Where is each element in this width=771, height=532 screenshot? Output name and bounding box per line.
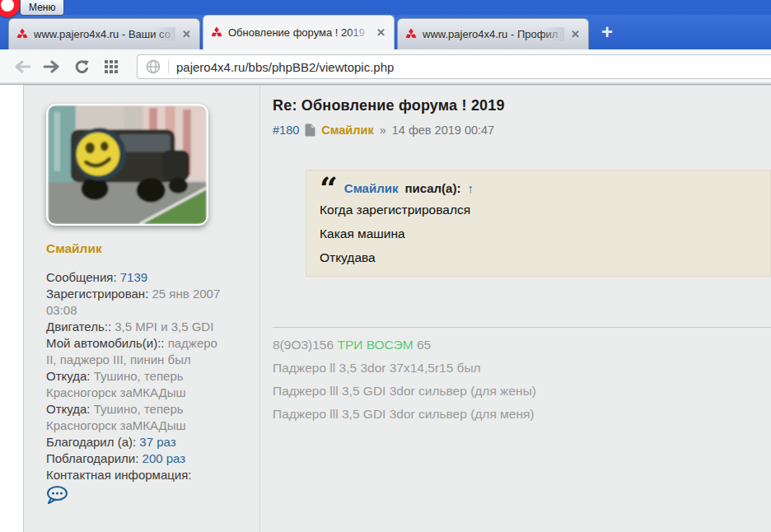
quote-line: Откудава	[320, 246, 757, 269]
profile-field-label: Зарегистрирован:	[46, 287, 148, 301]
tab-close-icon[interactable]: ✕	[375, 26, 387, 39]
profile-fields: Сообщения: 7139Зарегистрирован: 25 янв 2…	[46, 269, 221, 483]
profile-field-label: Поблагодарили:	[46, 451, 138, 465]
tab-title: Обновление форума ! 2019	[228, 26, 370, 40]
profile-field-label: Двигатель::	[46, 320, 111, 334]
signature-line: Паджеро ll 3,5 3dor 37x14,5r15 был	[273, 357, 771, 380]
sig-phone-pre: 8(9O3)156	[273, 338, 337, 352]
profile-field: Откуда: Тушино, теперь Красногорск заМКА…	[46, 368, 221, 401]
signature-lines: Паджеро ll 3,5 3dor 37x14,5r15 былПаджер…	[273, 357, 771, 426]
address-bar[interactable]: pajero4x4.ru/bbs/phpBB2/viewtopic.php	[137, 54, 771, 79]
author-sidebar: Смайлик Сообщения: 7139Зарегистрирован: …	[24, 86, 260, 532]
tab-bar: www.pajero4x4.ru - Ваши со✕Обновление фо…	[0, 15, 771, 49]
tab-title: www.pajero4x4.ru - Ваши со	[34, 27, 175, 41]
profile-field: Двигатель:: 3,5 MPI и 3,5 GDI	[46, 319, 221, 335]
profile-field-value[interactable]: 7139	[120, 270, 147, 284]
username-link[interactable]: Смайлик	[46, 241, 259, 256]
tab-close-icon[interactable]: ✕	[569, 28, 582, 40]
signature-line: Паджеро lll 3,5 GDI 3dor сильвер (для же…	[273, 380, 771, 403]
avatar[interactable]	[46, 104, 208, 226]
page-content: Смайлик Сообщения: 7139Зарегистрирован: …	[0, 85, 771, 532]
site-globe-icon	[146, 59, 161, 74]
quote-wrote-label: писал(а):	[404, 181, 460, 195]
profile-field-value[interactable]: 37 раз	[139, 435, 175, 449]
profile-field-label: Откуда:	[46, 369, 91, 383]
go-to-post-arrow-icon[interactable]: ↑	[467, 181, 474, 195]
pm-contact-icon[interactable]	[46, 486, 71, 507]
url-text[interactable]: pajero4x4.ru/bbs/phpBB2/viewtopic.php	[176, 60, 394, 74]
browser-tab[interactable]: Обновление форума ! 2019✕	[203, 15, 395, 49]
post-title: Re: Обновление форума ! 2019	[273, 97, 771, 114]
sig-phone-green: ТРИ ВОСЭМ	[337, 338, 413, 352]
profile-field: Сообщения: 7139	[46, 269, 221, 286]
profile-field: Откуда: Тушино, теперь Красногорск заМКА…	[46, 401, 221, 434]
sig-phone-post: 65	[414, 338, 432, 352]
quote-line: Какая машина	[320, 222, 757, 245]
profile-field-label: Благодарил (а):	[46, 435, 136, 449]
profile-field-label: Контактная информация:	[46, 468, 192, 482]
quote-box: “ Смайлик писал(а): ↑ Когда зарегистриро…	[306, 170, 771, 277]
post-number-link[interactable]: #180	[273, 124, 299, 137]
post-document-icon[interactable]	[305, 124, 315, 137]
profile-field-value[interactable]: 200 раз	[143, 451, 186, 465]
signature-line: Паджеро lll 3,5 GDI 3dor сильвер (для ме…	[273, 403, 771, 426]
opera-logo-icon[interactable]	[0, 0, 20, 17]
quote-author-link[interactable]: Смайлик	[344, 181, 399, 195]
profile-field-value: 3,5 MPI и 3,5 GDI	[114, 320, 213, 334]
browser-toolbar: pajero4x4.ru/bbs/phpBB2/viewtopic.php	[0, 49, 771, 85]
meta-separator: »	[380, 124, 386, 137]
profile-field: Мой автомобиль(и):: паджеро II, паджеро …	[46, 335, 221, 368]
tab-close-icon[interactable]: ✕	[180, 28, 193, 40]
profile-field-label: Мой автомобиль(и)::	[46, 336, 164, 350]
mitsubishi-favicon-icon	[16, 28, 29, 41]
signature: 8(9O3)156 ТРИ ВОСЭМ 65 Паджеро ll 3,5 3d…	[273, 334, 771, 426]
profile-field: Контактная информация:	[46, 467, 221, 483]
menu-button[interactable]: Меню	[20, 0, 64, 16]
forward-button[interactable]	[43, 58, 61, 76]
profile-field: Поблагодарили: 200 раз	[46, 450, 221, 467]
quote-icon: “	[320, 184, 338, 199]
quote-line: Когда зарегистрировался	[320, 198, 757, 222]
reload-button[interactable]	[72, 58, 91, 76]
profile-field-label: Сообщения:	[46, 270, 117, 284]
mitsubishi-favicon-icon	[210, 26, 223, 40]
profile-field-label: Откуда:	[46, 402, 91, 416]
browser-tab[interactable]: www.pajero4x4.ru - Профил✕	[397, 18, 589, 49]
post-author-link[interactable]: Смайлик	[321, 124, 373, 137]
post-date: 14 фев 2019 00:47	[392, 124, 494, 137]
back-button[interactable]	[13, 58, 31, 76]
post-meta: #180 Смайлик » 14 фев 2019 00:47	[273, 124, 771, 137]
browser-tab[interactable]: www.pajero4x4.ru - Ваши со✕	[8, 18, 200, 49]
browser-titlebar: Меню	[0, 0, 771, 15]
tab-title: www.pajero4x4.ru - Профил	[423, 27, 564, 41]
signature-divider	[273, 327, 771, 328]
address-separator	[168, 59, 169, 74]
new-tab-button[interactable]: +	[591, 16, 623, 48]
tab-strip: www.pajero4x4.ru - Ваши со✕Обновление фо…	[8, 15, 591, 49]
quote-lines: Когда зарегистрировалсяКакая машинаОткуд…	[320, 198, 757, 269]
forum-post-panel: Смайлик Сообщения: 7139Зарегистрирован: …	[23, 85, 771, 532]
profile-field: Благодарил (а): 37 раз	[46, 434, 221, 450]
profile-field: Зарегистрирован: 25 янв 2007 03:08	[46, 286, 221, 319]
post-body: Re: Обновление форума ! 2019 #180 Смайли…	[260, 86, 771, 532]
signature-phone-line: 8(9O3)156 ТРИ ВОСЭМ 65	[273, 334, 771, 357]
mitsubishi-favicon-icon	[404, 28, 418, 41]
speed-dial-icon[interactable]	[102, 58, 120, 76]
quote-header: “ Смайлик писал(а): ↑	[320, 178, 757, 198]
